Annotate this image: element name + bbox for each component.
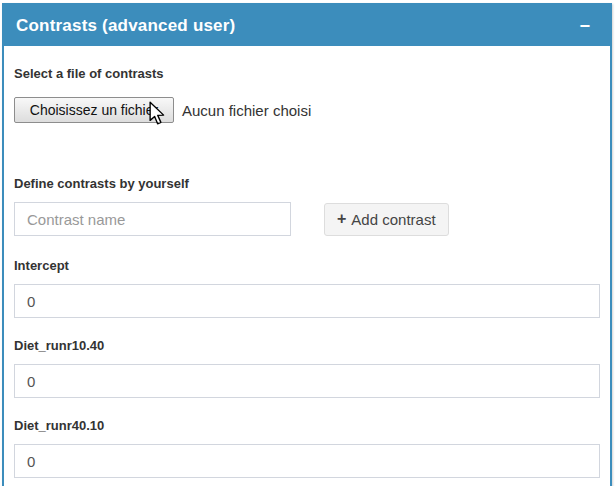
define-section-label: Define contrasts by yourself xyxy=(14,176,600,192)
contrast-field-diet-runr10-40: Diet_runr10.40 xyxy=(14,338,600,398)
panel-header: Contrasts (advanced user) − xyxy=(4,5,610,46)
contrast-name-input[interactable] xyxy=(14,202,291,236)
collapse-button[interactable]: − xyxy=(573,15,596,37)
diet-runr10-40-label: Diet_runr10.40 xyxy=(14,338,600,354)
add-contrast-label: Add contrast xyxy=(351,211,435,228)
add-contrast-button[interactable]: + Add contrast xyxy=(324,203,449,236)
contrast-field-diet-runr40-10: Diet_runr40.10 xyxy=(14,418,600,478)
panel-title: Contrasts (advanced user) xyxy=(16,16,235,36)
minus-icon: − xyxy=(579,16,590,36)
intercept-label: Intercept xyxy=(14,258,600,274)
file-input-row: Choisissez un fichier Aucun fichier choi… xyxy=(14,97,600,123)
diet-runr40-10-input[interactable] xyxy=(14,444,600,478)
diet-runr10-40-input[interactable] xyxy=(14,364,600,398)
define-contrast-row: + Add contrast xyxy=(14,202,600,236)
contrasts-panel: Contrasts (advanced user) − Select a fil… xyxy=(2,3,612,486)
contrast-field-intercept: Intercept xyxy=(14,258,600,318)
diet-runr40-10-label: Diet_runr40.10 xyxy=(14,418,600,434)
panel-body: Select a file of contrasts Choisissez un… xyxy=(4,46,610,486)
intercept-input[interactable] xyxy=(14,284,600,318)
choose-file-button[interactable]: Choisissez un fichier xyxy=(14,97,174,123)
file-status-text: Aucun fichier choisi xyxy=(182,102,311,119)
plus-icon: + xyxy=(337,211,346,227)
file-section-label: Select a file of contrasts xyxy=(14,66,600,82)
